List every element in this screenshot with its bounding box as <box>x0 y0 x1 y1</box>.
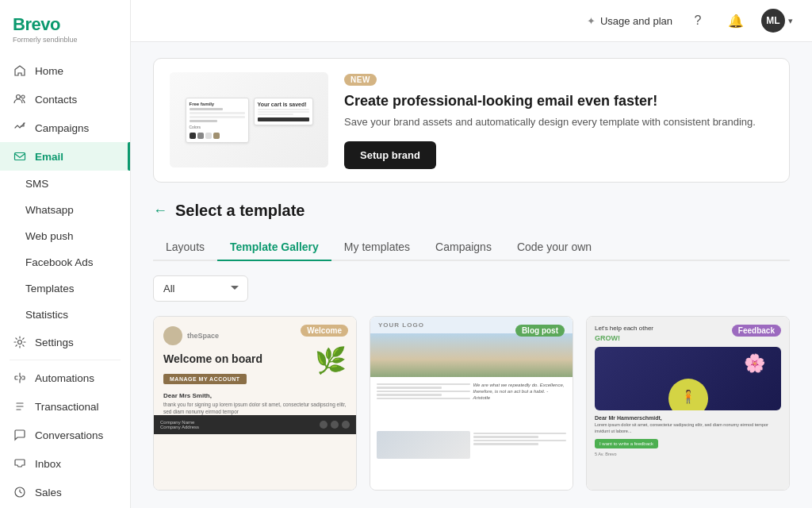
sidebar-label-sms: SMS <box>25 178 48 190</box>
sidebar-item-transactional[interactable]: Transactional <box>0 392 130 421</box>
sidebar-item-inbox[interactable]: Inbox <box>0 449 130 478</box>
feedback-badge: Feedback <box>732 325 781 337</box>
tab-my-templates[interactable]: My templates <box>331 234 423 261</box>
brand-name: Brevo <box>13 14 117 35</box>
sidebar-item-whatsapp[interactable]: Whatsapp <box>0 197 130 223</box>
blog-badge: Blog post <box>515 325 565 337</box>
template-card-feedback[interactable]: Feedback Let's help each other GROW! 🌸 🧍… <box>586 316 790 491</box>
tab-campaigns[interactable]: Campaigns <box>423 234 504 261</box>
sidebar-item-webpush[interactable]: Web push <box>0 223 130 249</box>
notifications-button[interactable]: 🔔 <box>723 8 749 33</box>
template-welcome-preview: theSpace Welcome on board 🌿 MANAGE MY AC… <box>154 317 356 490</box>
tpl2-thumbnail <box>377 431 470 459</box>
tpl2-image-small <box>377 431 470 485</box>
sidebar-item-settings[interactable]: Settings <box>0 328 130 356</box>
sidebar-item-facebook[interactable]: Facebook Ads <box>0 249 130 275</box>
lightning-icon: ✦ <box>587 15 596 27</box>
tpl2-text-bottom <box>473 431 567 485</box>
inbox-icon <box>13 456 27 471</box>
filter-row: All Welcome Newsletter Promotional Trans… <box>153 275 790 302</box>
sidebar-label-transactional: Transactional <box>35 401 99 413</box>
avatar: ML <box>761 9 785 33</box>
sidebar-item-campaigns[interactable]: Campaigns <box>0 114 130 142</box>
sidebar-label-email: Email <box>35 151 63 163</box>
tpl2-hero-image <box>370 333 573 377</box>
promo-preview: Free family Colors <box>170 72 328 167</box>
transactional-icon <box>13 399 27 414</box>
section-title: Select a template <box>175 202 304 220</box>
svg-point-3 <box>18 341 22 344</box>
main-content: ✦ Usage and plan ? 🔔 ML ▾ Free family <box>131 0 812 508</box>
sidebar-item-home[interactable]: Home <box>0 56 130 85</box>
welcome-badge: Welcome <box>301 325 348 337</box>
nav-divider-1 <box>10 360 121 360</box>
tpl3-flowers-decoration: 🌸 <box>744 353 765 374</box>
chevron-down-icon: ▾ <box>788 16 793 26</box>
promo-banner: Free family Colors <box>153 58 790 183</box>
sidebar-item-email[interactable]: Email <box>0 142 130 171</box>
user-menu[interactable]: ML ▾ <box>761 9 793 33</box>
brand-sub: Formerly sendinblue <box>13 36 117 44</box>
tpl1-cta: MANAGE MY ACCOUNT <box>163 374 247 384</box>
svg-point-0 <box>17 95 21 99</box>
sidebar-item-sales[interactable]: Sales <box>0 478 130 506</box>
instagram-footer-icon <box>331 421 339 429</box>
sidebar-label-campaigns: Campaigns <box>35 122 89 134</box>
tpl2-body: We are what we repeatedly do. Excellence… <box>370 377 573 490</box>
sidebar-item-automations[interactable]: Automations <box>0 364 130 392</box>
tpl3-dear: Dear Mr Hammerschmidt, <box>595 415 781 421</box>
promo-text: NEW Create professional-looking email ev… <box>344 71 773 169</box>
sidebar-item-statistics[interactable]: Statistics <box>0 302 130 328</box>
tpl3-text: Lorem ipsum dolor sit amet, consectetur … <box>595 422 781 434</box>
tab-gallery[interactable]: Template Gallery <box>217 234 331 261</box>
tab-layouts[interactable]: Layouts <box>153 234 217 261</box>
template-blog-preview: YOUR LOGO We are what we repeatedly do. <box>370 317 573 490</box>
tpl1-text: thank you for signing up lorem ipsum dol… <box>163 401 347 415</box>
sidebar-nav: Home Contacts Campaigns Email SMS Whatsa… <box>0 53 130 508</box>
section-header: ← Select a template <box>153 202 790 220</box>
sidebar-item-contacts[interactable]: Contacts <box>0 85 130 114</box>
sales-icon <box>13 485 27 499</box>
sidebar-item-sms[interactable]: SMS <box>0 171 130 197</box>
setup-brand-button[interactable]: Setup brand <box>344 141 436 169</box>
sidebar-label-webpush: Web push <box>25 230 74 242</box>
contacts-icon <box>13 92 27 106</box>
sidebar-label-statistics: Statistics <box>25 309 68 321</box>
settings-icon <box>13 335 27 349</box>
sidebar: Brevo Formerly sendinblue Home Contacts … <box>0 0 131 508</box>
template-card-blog[interactable]: Blog post YOUR LOGO <box>370 316 573 491</box>
help-icon: ? <box>695 13 702 28</box>
page-content: Free family Colors <box>131 42 812 508</box>
automations-icon <box>13 371 27 385</box>
tpl3-illustration: 🌸 🧍 <box>595 347 781 410</box>
category-filter[interactable]: All Welcome Newsletter Promotional Trans… <box>153 275 248 302</box>
sidebar-label-sales: Sales <box>35 487 62 498</box>
sidebar-item-templates[interactable]: Templates <box>0 275 130 302</box>
tpl2-text-left <box>377 382 470 428</box>
templates-grid: Welcome theSpace Welcome on board 🌿 MANA… <box>153 316 790 491</box>
svg-rect-2 <box>15 153 25 160</box>
tpl1-footer: Company NameCompany Address <box>154 415 356 434</box>
email-icon <box>13 149 27 164</box>
sidebar-label-templates: Templates <box>25 283 75 294</box>
usage-plan-button[interactable]: ✦ Usage and plan <box>587 15 672 27</box>
tpl2-text-right: We are what we repeatedly do. Excellence… <box>473 382 567 428</box>
template-feedback-preview: Let's help each other GROW! 🌸 🧍 Dear Mr … <box>587 317 789 490</box>
conversations-icon <box>13 428 27 442</box>
svg-point-1 <box>21 95 25 98</box>
tpl2-quote: We are what we repeatedly do. Excellence… <box>473 382 567 402</box>
tab-code-your-own[interactable]: Code your own <box>504 234 604 261</box>
sidebar-label-home: Home <box>35 65 63 77</box>
campaigns-icon <box>13 121 27 135</box>
usage-plan-label: Usage and plan <box>600 15 672 27</box>
tpl3-cta: I want to write a feedback <box>595 439 658 448</box>
sidebar-label-whatsapp: Whatsapp <box>25 204 74 216</box>
logo: Brevo Formerly sendinblue <box>0 0 130 53</box>
home-icon <box>13 64 27 78</box>
tpl1-brand: theSpace <box>187 332 219 340</box>
back-button[interactable]: ← <box>153 202 167 219</box>
template-card-welcome[interactable]: Welcome theSpace Welcome on board 🌿 MANA… <box>153 316 357 491</box>
sidebar-item-conversations[interactable]: Conversations <box>0 421 130 449</box>
promo-badge: NEW <box>344 74 377 86</box>
help-button[interactable]: ? <box>685 8 710 33</box>
